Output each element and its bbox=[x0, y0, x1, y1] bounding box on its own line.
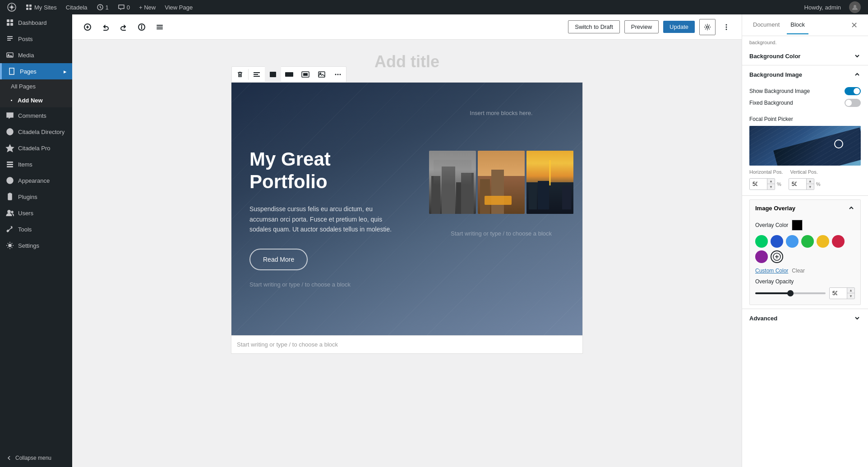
hero-read-more-button[interactable]: Read More bbox=[249, 249, 308, 270]
swatch-dark-blue[interactable] bbox=[771, 235, 783, 248]
v-pos-spinner: ▲ ▼ bbox=[806, 179, 814, 190]
sidebar-item-settings[interactable]: Settings bbox=[0, 237, 72, 254]
bg-color-section-header[interactable]: Background Color bbox=[742, 47, 868, 65]
block-align-wide-button[interactable] bbox=[281, 66, 297, 83]
opacity-slider[interactable] bbox=[755, 292, 826, 294]
svg-rect-35 bbox=[254, 74, 258, 75]
adminbar-citadela[interactable]: Citadela bbox=[62, 0, 91, 14]
sidebar-item-appearance[interactable]: Appearance bbox=[0, 172, 72, 189]
h-pos-up[interactable]: ▲ bbox=[767, 179, 775, 184]
opacity-up[interactable]: ▲ bbox=[847, 288, 854, 293]
sidebar-subitem-all-pages[interactable]: All Pages bbox=[0, 79, 72, 93]
svg-rect-36 bbox=[254, 76, 260, 77]
tab-block[interactable]: Block bbox=[787, 16, 808, 34]
adminbar-view-page[interactable]: View Page bbox=[161, 0, 196, 14]
switch-to-draft-button[interactable]: Switch to Draft bbox=[568, 20, 620, 33]
sidebar-item-plugins[interactable]: Plugins bbox=[0, 189, 72, 205]
overlay-color-row: Overlay Color bbox=[755, 220, 855, 231]
hero-write-text[interactable]: Start writing or type / to choose a bloc… bbox=[249, 281, 402, 288]
svg-rect-38 bbox=[285, 72, 293, 77]
overlay-color-label: Overlay Color bbox=[755, 222, 788, 228]
preview-button[interactable]: Preview bbox=[624, 20, 659, 33]
collapse-menu[interactable]: Collapse menu bbox=[0, 449, 72, 467]
wp-logo-item[interactable] bbox=[4, 0, 20, 14]
v-pos-down[interactable]: ▼ bbox=[807, 184, 814, 190]
svg-rect-3 bbox=[29, 5, 32, 7]
sidebar-item-citadela-directory[interactable]: Citadela Directory bbox=[0, 124, 72, 140]
svg-rect-10 bbox=[7, 23, 9, 26]
editor-settings-button[interactable] bbox=[699, 19, 716, 35]
sidebar-item-media[interactable]: Media bbox=[0, 47, 72, 63]
swatch-blue[interactable] bbox=[786, 235, 799, 248]
svg-rect-8 bbox=[7, 19, 9, 22]
svg-point-30 bbox=[706, 26, 709, 28]
h-pos-input[interactable] bbox=[750, 179, 767, 190]
sidebar-label-users: Users bbox=[18, 210, 33, 217]
opacity-down[interactable]: ▼ bbox=[847, 293, 854, 299]
tools-icon bbox=[5, 225, 14, 234]
sidebar-subitem-add-new[interactable]: Add New bbox=[0, 93, 72, 107]
h-pos-down[interactable]: ▼ bbox=[767, 184, 775, 190]
below-hero-text[interactable]: Start writing or type / to choose a bloc… bbox=[231, 335, 582, 353]
swatch-none[interactable] bbox=[771, 250, 783, 263]
v-pos-up[interactable]: ▲ bbox=[807, 179, 814, 184]
advanced-section[interactable]: Advanced bbox=[742, 309, 868, 327]
redo-button[interactable] bbox=[115, 19, 132, 35]
right-panel: Document Block ✕ background. Background … bbox=[742, 14, 868, 467]
undo-button[interactable] bbox=[97, 19, 114, 35]
tools-menu-button[interactable] bbox=[152, 19, 168, 35]
swatch-bright-green[interactable] bbox=[801, 235, 814, 248]
v-pos-unit: % bbox=[816, 181, 821, 187]
focal-pos-row: Horizontal Pos. Vertical Pos. bbox=[749, 169, 861, 175]
admin-bar: My Sites Citadela 1 0 + New View Page Ho… bbox=[0, 0, 868, 14]
overlay-section-header[interactable]: Image Overlay bbox=[750, 200, 860, 216]
sidebar-item-dashboard[interactable]: Dashboard bbox=[0, 14, 72, 31]
swatch-purple[interactable] bbox=[755, 250, 768, 263]
block-align-left-button[interactable] bbox=[249, 66, 265, 83]
pages-submenu: All Pages Add New bbox=[0, 79, 72, 107]
opacity-input[interactable] bbox=[830, 288, 847, 299]
update-button[interactable]: Update bbox=[663, 21, 695, 33]
image-overlay-section: Image Overlay Overlay Color bbox=[749, 199, 861, 305]
fixed-bg-toggle[interactable] bbox=[845, 99, 861, 107]
block-more-button[interactable] bbox=[330, 66, 346, 83]
info-button[interactable] bbox=[134, 19, 150, 35]
hero-write-text-2[interactable]: Start writing or type / to choose a bloc… bbox=[429, 230, 573, 237]
sidebar-item-pages[interactable]: Pages ▸ bbox=[0, 63, 72, 79]
add-block-button[interactable] bbox=[79, 19, 96, 35]
custom-color-link[interactable]: Custom Color bbox=[755, 268, 788, 274]
adminbar-new[interactable]: + New bbox=[135, 0, 159, 14]
sidebar-item-posts[interactable]: Posts bbox=[0, 31, 72, 47]
swatch-green[interactable] bbox=[755, 235, 768, 248]
swatch-red[interactable] bbox=[832, 235, 845, 248]
v-pos-input[interactable] bbox=[789, 179, 806, 190]
block-align-center-button[interactable] bbox=[265, 66, 281, 83]
block-align-full-button[interactable] bbox=[297, 66, 314, 83]
sidebar-item-tools[interactable]: Tools bbox=[0, 221, 72, 237]
tab-document[interactable]: Document bbox=[749, 16, 783, 34]
media-icon bbox=[5, 51, 14, 60]
adminbar-my-sites[interactable]: My Sites bbox=[22, 0, 60, 14]
svg-marker-16 bbox=[6, 145, 14, 152]
adminbar-avatar[interactable] bbox=[845, 0, 864, 14]
bg-image-section-header[interactable]: Background Image bbox=[742, 65, 868, 83]
sidebar-item-comments[interactable]: Comments bbox=[0, 107, 72, 124]
focal-point-indicator bbox=[834, 139, 843, 148]
show-bg-image-toggle[interactable] bbox=[845, 87, 861, 95]
svg-point-1 bbox=[10, 6, 13, 9]
focal-point-image[interactable] bbox=[749, 126, 861, 166]
sidebar-item-users[interactable]: Users bbox=[0, 205, 72, 221]
overlay-color-swatch[interactable] bbox=[792, 220, 803, 231]
panel-intro-text: background. bbox=[742, 36, 868, 47]
adminbar-comments[interactable]: 0 bbox=[114, 0, 134, 14]
clear-button[interactable]: Clear bbox=[792, 268, 805, 274]
adminbar-updates[interactable]: 1 bbox=[93, 0, 112, 14]
swatch-yellow[interactable] bbox=[817, 235, 829, 248]
opacity-handle[interactable] bbox=[787, 290, 794, 296]
block-media-button[interactable] bbox=[314, 66, 330, 83]
block-delete-button[interactable] bbox=[232, 66, 248, 83]
editor-more-button[interactable] bbox=[718, 19, 734, 35]
panel-close-button[interactable]: ✕ bbox=[847, 18, 861, 32]
sidebar-item-items[interactable]: Items bbox=[0, 156, 72, 172]
sidebar-item-citadela-pro[interactable]: Citadela Pro bbox=[0, 140, 72, 156]
